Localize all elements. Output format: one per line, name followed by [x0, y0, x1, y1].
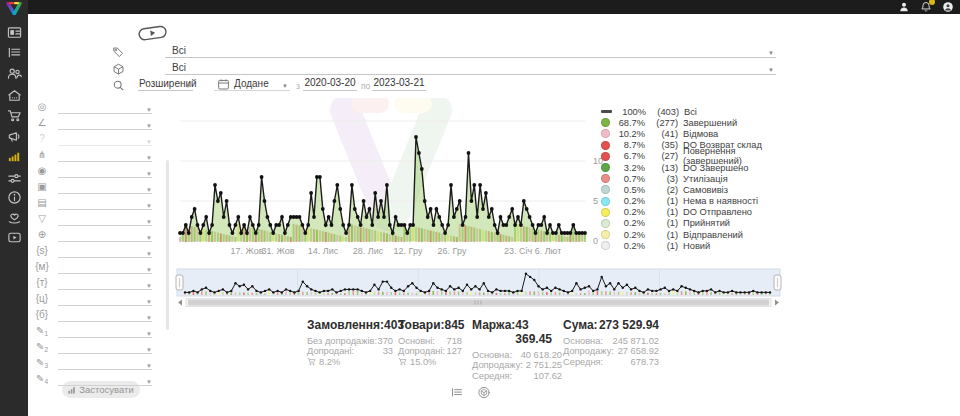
- scroll-left-arrow[interactable]: [178, 300, 182, 306]
- sidebar-item-video-lessons[interactable]: [6, 231, 22, 247]
- sidebar: [0, 0, 28, 416]
- scroll-right-arrow[interactable]: [775, 300, 779, 306]
- stat-sub-value: 33: [383, 346, 393, 356]
- user-icon[interactable]: [898, 1, 910, 13]
- sidebar-item-info[interactable]: [6, 191, 22, 207]
- legend-item[interactable]: 0.2%(1)Новий: [601, 240, 783, 251]
- legend-label: DO Завершено: [683, 163, 748, 173]
- payment-filter-select[interactable]: ▼: [58, 196, 152, 210]
- person-filter-select[interactable]: ▼: [58, 164, 152, 178]
- legend-label: Відмова: [683, 129, 718, 139]
- legend-item[interactable]: 10.2%(41)Відмова: [601, 128, 783, 139]
- account-avatar[interactable]: [942, 1, 954, 13]
- custom-field-3-filter-select[interactable]: ▼: [58, 356, 152, 370]
- stat-column: Товари:845Основні:718Допродані:12715.0%: [398, 318, 462, 368]
- stat-column: Маржа:43 369.45Основна:40 618.20Допродаж…: [472, 318, 562, 381]
- field-s-filter-select[interactable]: ▼: [58, 244, 152, 258]
- chart-navigator[interactable]: [175, 268, 785, 310]
- field-b-filter-select[interactable]: ▼: [58, 308, 152, 322]
- search-mode-select[interactable]: Розширений ▼: [138, 77, 193, 91]
- navigator-handle-left[interactable]: [176, 275, 183, 290]
- legend-item[interactable]: 0.2%(1)Прийнятий: [601, 218, 783, 229]
- custom-field-3-filter: ✎3▼: [34, 356, 160, 371]
- legend-item[interactable]: 68.7%(277)Завершений: [601, 117, 783, 128]
- sidebar-item-integrations[interactable]: [6, 172, 22, 188]
- date-field-select[interactable]: Додане ▼: [214, 77, 290, 91]
- custom-field-1-filter-select[interactable]: ▼: [58, 324, 152, 338]
- legend-item[interactable]: 0.7%(3)Утилізація: [601, 173, 783, 184]
- status-filter-select[interactable]: ▼: [58, 100, 152, 114]
- stat-sub-label: Допродані:: [398, 346, 445, 356]
- legend-dot-swatch: [601, 141, 610, 150]
- funnel-filter-select[interactable]: ▼: [58, 212, 152, 226]
- stat-sub-label: Допродажу:: [563, 346, 614, 356]
- product-filter-select[interactable]: ▼: [58, 180, 152, 194]
- field-c-filter: {ц}▼: [34, 292, 160, 307]
- legend-dot-swatch: [601, 230, 610, 239]
- stat-sub-label: Допродажу:: [472, 360, 523, 370]
- sidebar-item-dashboard[interactable]: [6, 26, 22, 42]
- hierarchy-filter-icon: ⋔: [34, 148, 50, 161]
- sidebar-item-loyalty[interactable]: [6, 211, 22, 227]
- product-group-select[interactable]: Всі ▼: [165, 61, 776, 75]
- trend-filter-select[interactable]: ▼: [58, 116, 152, 130]
- legend-item[interactable]: 0.2%(1)DO Отправлено: [601, 207, 783, 218]
- field-b-filter-icon: {б}: [34, 308, 50, 321]
- panel-scrollbar[interactable]: [166, 160, 169, 330]
- field-t-filter-select[interactable]: ▼: [58, 276, 152, 290]
- legend-item[interactable]: 0.2%(1)Відправлений: [601, 229, 783, 240]
- stat-sub-value: 27 658.92: [618, 346, 659, 356]
- chart-legend: 100%(403)Всі68.7%(277)Завершений10.2%(41…: [601, 106, 783, 251]
- svg-text:12. Гру: 12. Гру: [394, 246, 423, 256]
- sidebar-item-clients[interactable]: [6, 67, 22, 83]
- stat-sub-label: Основна:: [472, 350, 512, 360]
- tags-icon: [112, 45, 125, 58]
- legend-count: (41): [650, 129, 678, 139]
- help-filter-select[interactable]: ▼: [58, 132, 152, 146]
- stat-column: Замовлення:403Без допродажів:370Допродан…: [307, 318, 393, 368]
- stat-sub-label: Середня:: [563, 357, 603, 367]
- topbar: [0, 0, 960, 14]
- list-icon: [450, 385, 464, 402]
- legend-label: Новий: [683, 241, 710, 251]
- legend-item[interactable]: 6.7%(27)Повернення (завершений): [601, 151, 783, 162]
- hierarchy-filter-select[interactable]: ▼: [58, 148, 152, 162]
- products-toggle[interactable]: [477, 385, 493, 399]
- custom-field-2-filter-select[interactable]: ▼: [58, 340, 152, 354]
- legend-label: Завершений: [683, 118, 737, 128]
- status-group-select[interactable]: Всі ▼: [165, 44, 776, 58]
- custom-field-1-filter-icon: ✎1: [34, 324, 50, 337]
- svg-text:0: 0: [593, 236, 598, 246]
- field-m-filter-select[interactable]: ▼: [58, 260, 152, 274]
- notifications-bell-icon[interactable]: [920, 1, 932, 13]
- svg-text:26. Гру: 26. Гру: [438, 246, 467, 256]
- legend-item[interactable]: 0.2%(1)Нема в наявності: [601, 196, 783, 207]
- search-icon[interactable]: [112, 78, 125, 91]
- megaphone-icon: [7, 129, 22, 148]
- navigator-handle-right[interactable]: [774, 275, 781, 290]
- orders-list-toggle[interactable]: [450, 385, 466, 399]
- video-overview-button[interactable]: [137, 24, 169, 41]
- sidebar-item-purchases[interactable]: [6, 109, 22, 125]
- app-logo-icon[interactable]: [4, 1, 24, 14]
- legend-count: (1): [650, 230, 678, 240]
- legend-percent: 10.2%: [615, 129, 645, 139]
- legend-percent: 100%: [616, 107, 646, 117]
- sidebar-item-statistics[interactable]: [6, 150, 22, 166]
- sidebar-item-store[interactable]: [6, 89, 22, 105]
- chevron-down-icon: ▼: [146, 363, 152, 369]
- chevron-down-icon: ▼: [146, 123, 152, 129]
- custom-field-4-filter-select[interactable]: ▼: [58, 372, 152, 386]
- field-c-filter-select[interactable]: ▼: [58, 292, 152, 306]
- legend-label: Нема в наявності: [683, 196, 758, 206]
- source-filter-select[interactable]: ▼: [58, 228, 152, 242]
- date-to-input[interactable]: 2023-03-21: [372, 77, 426, 91]
- sidebar-item-orders[interactable]: [6, 46, 22, 62]
- svg-text:6. Лют: 6. Лют: [535, 246, 562, 256]
- legend-item[interactable]: 100%(403)Всі: [601, 106, 783, 117]
- custom-field-4-filter-icon: ✎4: [34, 372, 50, 385]
- sidebar-item-marketing[interactable]: [6, 130, 22, 146]
- video-icon: [7, 230, 22, 249]
- legend-item[interactable]: 0.5%(2)Самовивіз: [601, 184, 783, 195]
- date-from-input[interactable]: 2020-03-20: [303, 77, 357, 91]
